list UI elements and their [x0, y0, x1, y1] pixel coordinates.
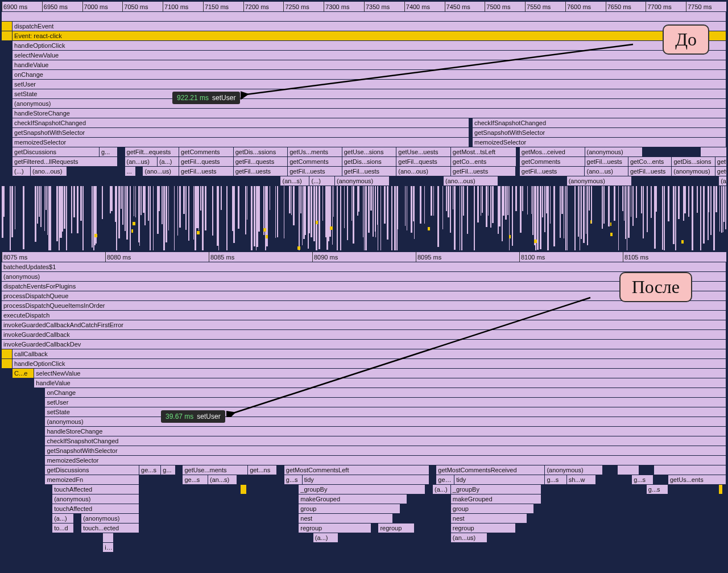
- flame-bar[interactable]: getFilt...equests: [125, 147, 180, 156]
- flame-bar[interactable]: [241, 485, 246, 494]
- flame-bar[interactable]: (anonymous): [52, 494, 139, 504]
- flame-bar[interactable]: memoizedSelector: [473, 138, 726, 147]
- flame-bar[interactable]: processDispatchQueue: [2, 291, 726, 300]
- flame-bar[interactable]: touchAffected: [52, 485, 139, 494]
- flame-bar[interactable]: (ano...us): [585, 167, 628, 176]
- flame-bar[interactable]: batchedUpdates$1: [2, 262, 726, 271]
- flame-bar[interactable]: getMostCommentsReceived: [436, 465, 545, 475]
- flame-bar[interactable]: handleStoreChange: [13, 109, 726, 118]
- flame-bar[interactable]: checkIfSnapshotChanged: [473, 118, 726, 127]
- flame-bar[interactable]: invokeGuardedCallback: [2, 330, 726, 339]
- flame-bar[interactable]: [2, 31, 13, 40]
- flame-bar[interactable]: touchAffected: [52, 504, 139, 513]
- flame-bar[interactable]: (a...): [158, 157, 179, 166]
- flame-bar[interactable]: regroup: [299, 523, 371, 533]
- flame-bar[interactable]: [719, 485, 723, 494]
- flame-bar[interactable]: setUser: [45, 398, 726, 407]
- flame-bar[interactable]: (an...s): [280, 176, 309, 185]
- flame-bar[interactable]: (an...us): [451, 533, 487, 542]
- flame-bar[interactable]: selectNewValue: [34, 369, 726, 378]
- flame-bar[interactable]: [2, 349, 13, 358]
- flame-bar[interactable]: (an...us): [719, 176, 726, 185]
- flame-bar[interactable]: onChange: [13, 70, 726, 79]
- flame-bar[interactable]: g...s: [647, 485, 668, 494]
- flame-bar[interactable]: [701, 147, 726, 156]
- flame-bar[interactable]: makeGrouped: [451, 494, 541, 504]
- flame-bar[interactable]: (ano...ous): [444, 176, 498, 185]
- flame-bar[interactable]: (anonymous): [545, 465, 603, 475]
- flame-bar[interactable]: getFil...uests: [451, 167, 516, 176]
- flame-bar[interactable]: handleStoreChange: [45, 427, 726, 436]
- flame-bar[interactable]: regroup: [451, 523, 516, 533]
- flame-bar[interactable]: ge...ts: [436, 475, 454, 484]
- flame-bar[interactable]: touch...ected: [81, 523, 139, 533]
- flame-bar[interactable]: setState: [45, 407, 726, 417]
- flame-bar[interactable]: (ano...ous): [31, 167, 67, 176]
- flame-bar[interactable]: [2, 12, 726, 21]
- flame-bar[interactable]: getFil...uests: [234, 167, 288, 176]
- flame-bar[interactable]: executeDispatch: [2, 311, 726, 320]
- flame-bar[interactable]: [2, 359, 13, 368]
- flame-bar[interactable]: handleOptionClick: [13, 359, 726, 368]
- flame-bar[interactable]: getFil...uests: [585, 157, 628, 166]
- flame-bar[interactable]: invokeGuardedCallbackAndCatchFirstError: [2, 320, 726, 329]
- flame-bar[interactable]: i...k: [103, 543, 114, 552]
- flame-bar[interactable]: (ano...us): [143, 167, 179, 176]
- flame-bar[interactable]: dispatchEventsForPlugins: [2, 282, 726, 291]
- flame-bar[interactable]: getFil...uests: [288, 167, 342, 176]
- flame-bar[interactable]: (anonymous): [2, 272, 726, 281]
- flame-bar[interactable]: nest: [451, 514, 527, 523]
- flame-bar[interactable]: (...): [309, 176, 335, 185]
- flame-bar[interactable]: [654, 465, 726, 475]
- flame-bar[interactable]: getUse...ments: [183, 465, 248, 475]
- flame-bar[interactable]: getUs...ments: [715, 157, 726, 166]
- flame-bar[interactable]: handleValue: [34, 378, 726, 388]
- flame-bar[interactable]: setUser: [13, 80, 726, 89]
- flame-bar[interactable]: ge...s: [139, 465, 161, 475]
- flame-bar[interactable]: getMos...ceived: [520, 147, 585, 156]
- time-ruler-after[interactable]: 8075 ms8080 ms8085 ms8090 ms8095 ms8100 …: [2, 252, 726, 262]
- flame-bar[interactable]: getSnapshotWithSelector: [45, 446, 726, 455]
- flame-bar[interactable]: group: [299, 504, 400, 513]
- flame-bar[interactable]: getFil...quests: [179, 157, 234, 166]
- flame-bar[interactable]: getComments: [520, 157, 585, 166]
- flame-bar[interactable]: getMost...tsLeft: [451, 147, 516, 156]
- flame-bar[interactable]: (ano...ous): [396, 167, 451, 176]
- flame-bar[interactable]: getSnapshotWithSelector: [13, 128, 469, 137]
- time-ruler-before[interactable]: 6900 ms6950 ms7000 ms7050 ms7100 ms7150 …: [2, 2, 726, 12]
- flame-bar[interactable]: (anonymous): [585, 147, 643, 156]
- flame-bar[interactable]: getMostCommentsLeft: [284, 465, 429, 475]
- flame-bar[interactable]: get...ns: [248, 465, 277, 475]
- flame-bar[interactable]: Event: react-click: [13, 31, 726, 40]
- flame-bar[interactable]: getFil...uests: [628, 167, 672, 176]
- flame-bar[interactable]: [2, 22, 13, 31]
- flame-bar[interactable]: getCo...ents: [451, 157, 516, 166]
- flame-bar[interactable]: getDis...sions: [672, 157, 715, 166]
- flame-bar[interactable]: checkIfSnapshotChanged: [45, 436, 726, 446]
- flame-bar[interactable]: getDis...sions: [342, 157, 397, 166]
- flame-bar[interactable]: invokeGuardedCallbackDev: [2, 340, 726, 349]
- flame-bar[interactable]: onChange: [45, 388, 726, 397]
- flame-bar[interactable]: makeGrouped: [299, 494, 407, 504]
- flame-bar[interactable]: getFil...quests: [396, 157, 451, 166]
- flame-bar[interactable]: tidy: [303, 475, 429, 484]
- flame-bar[interactable]: handleValue: [13, 60, 726, 69]
- flame-bar[interactable]: callCallback: [13, 349, 726, 358]
- flame-bar[interactable]: getFiltered...llRequests: [13, 157, 118, 166]
- flame-bar[interactable]: (anonymous): [672, 167, 715, 176]
- flame-bar[interactable]: getFil...uests: [520, 167, 585, 176]
- flame-bar[interactable]: selectNewValue: [13, 51, 726, 60]
- flame-bar[interactable]: (anonymous): [567, 176, 632, 185]
- flame-bar[interactable]: getFil...uests: [179, 167, 234, 176]
- flame-bar[interactable]: g...: [100, 147, 118, 156]
- flame-bar[interactable]: [618, 465, 639, 475]
- flame-bar[interactable]: getUs...ments: [288, 147, 342, 156]
- flame-bar[interactable]: getUse...uests: [396, 147, 451, 156]
- flame-bar[interactable]: memoizedFn: [45, 475, 139, 484]
- flame-bar[interactable]: getComments: [179, 147, 234, 156]
- flame-bar[interactable]: (an...s): [208, 475, 237, 484]
- flame-bar[interactable]: getSnapshotWithSelector: [473, 128, 726, 137]
- flame-bar[interactable]: getComments: [288, 157, 342, 166]
- flame-bar[interactable]: memoizedSelector: [45, 456, 726, 465]
- flame-bar[interactable]: to...d: [52, 523, 74, 533]
